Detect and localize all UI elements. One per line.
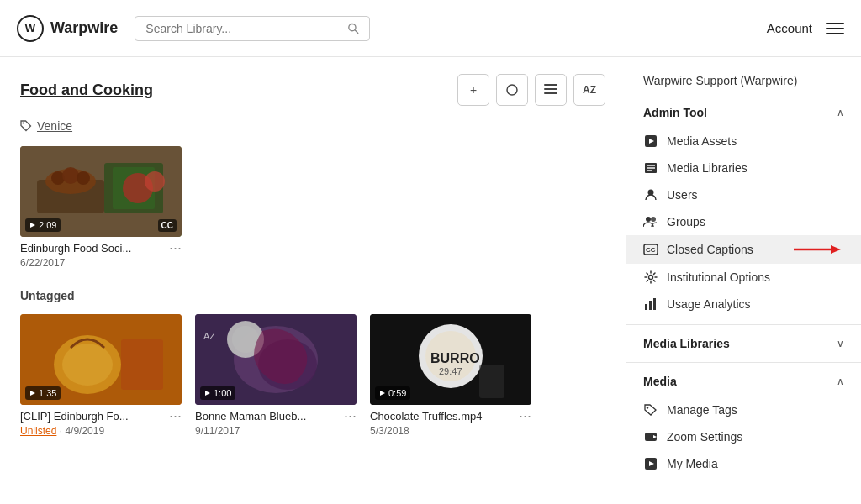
svg-rect-3 [544,84,557,86]
logo-icon: W [17,15,44,42]
video-overlay: 1:00 [200,386,235,400]
section-header: Food and Cooking + AZ [20,74,605,106]
svg-text:AZ: AZ [203,331,215,341]
gear-icon [643,270,658,285]
video-date: 5/3/2018 [370,425,531,437]
video-info: Chocolate Truffles.mp4 ··· [370,405,531,425]
video-title: Chocolate Truffles.mp4 [370,410,519,423]
tag-venice[interactable]: Venice [37,119,72,133]
video-overlay: 2:09 [25,218,61,232]
account-link[interactable]: Account [767,21,812,35]
add-button[interactable]: + [457,74,489,106]
red-arrow-icon [794,241,844,258]
search-bar[interactable] [135,16,370,41]
main-content: Food and Cooking + AZ Venice [0,57,626,504]
sidebar-item-closed-captions[interactable]: CC Closed Captions [626,235,861,264]
toolbar: + AZ [457,74,605,106]
svg-line-1 [355,29,358,33]
chevron-down-icon: ∨ [837,338,844,349]
duration-badge: 2:09 [25,218,61,232]
sidebar-item-label: Zoom Settings [667,430,742,444]
circle-button[interactable] [496,74,528,106]
sidebar-item-label: Usage Analytics [667,297,751,311]
svg-rect-43 [647,165,655,166]
video-date: 9/11/2017 [195,425,357,437]
unlisted-badge[interactable]: Unlisted [20,425,56,437]
sidebar-item-usage-analytics[interactable]: Usage Analytics [626,291,861,318]
zoom-icon [643,429,658,444]
video-card: 2:09 CC Edinburgh Food Soci... ··· 6/22/… [20,146,182,269]
svg-marker-39 [380,391,385,396]
untagged-video-grid: 1:35 [CLIP] Edinburgh Fo... ··· Unlisted… [20,314,605,437]
video-thumbnail[interactable]: BURRO 29:47 0:59 [370,314,531,405]
search-input[interactable] [145,22,340,35]
layout: Food and Cooking + AZ Venice [0,57,861,504]
svg-marker-24 [30,391,35,396]
sidebar-item-label: Media Assets [667,134,737,148]
svg-point-57 [647,407,648,408]
sidebar-item-media-libraries[interactable]: Media Libraries [626,155,861,181]
sidebar-section-admin[interactable]: Admin Tool ∧ [626,101,861,124]
svg-rect-45 [647,170,652,171]
duration-badge: 1:00 [200,386,235,400]
video-thumbnail[interactable]: 2:09 CC [20,146,182,237]
video-info: Bonne Maman Blueb... ··· [195,405,357,425]
tag-icon [643,402,658,417]
search-icon [347,22,360,35]
video-date: · 4/9/2019 [60,425,104,437]
sidebar-item-my-media[interactable]: My Media [626,450,861,477]
svg-text:29:47: 29:47 [439,366,462,376]
svg-text:BURRO: BURRO [430,351,480,365]
video-overlay: 0:59 [375,386,410,400]
sidebar-item-users[interactable]: Users [626,181,861,208]
play-icon [643,456,658,471]
chevron-up-icon: ∧ [837,107,844,118]
sidebar-item-institutional-options[interactable]: Institutional Options [626,264,861,291]
sidebar-item-media-assets[interactable]: Media Assets [626,128,861,155]
video-thumbnail[interactable]: AZ 1:00 [195,314,357,405]
svg-rect-54 [645,304,647,310]
sidebar-item-zoom-settings[interactable]: Zoom Settings [626,423,861,450]
sidebar-item-manage-tags[interactable]: Manage Tags [626,396,861,423]
svg-point-2 [507,85,517,95]
tagged-video-grid: 2:09 CC Edinburgh Food Soci... ··· 6/22/… [20,146,605,269]
menu-icon[interactable] [826,23,844,34]
video-card: 1:35 [CLIP] Edinburgh Fo... ··· Unlisted… [20,314,182,437]
library-icon [643,160,658,176]
app-header: W Warpwire Account [0,0,861,57]
video-card: BURRO 29:47 0:59 Chocolate Truffles.mp4 … [370,314,531,437]
svg-marker-18 [30,223,35,228]
sidebar-section-media-libraries[interactable]: Media Libraries ∨ [626,332,861,355]
svg-rect-38 [479,365,504,398]
svg-point-47 [646,217,651,222]
arrow-indicator [794,241,844,258]
more-options-button[interactable]: ··· [169,408,182,423]
svg-text:CC: CC [646,246,656,254]
play-icon [643,134,658,149]
svg-marker-52 [831,245,841,254]
user-icon [643,187,658,202]
sidebar-divider [626,362,861,363]
video-title: Bonne Maman Blueb... [195,410,344,423]
sidebar-org-name: Warpwire Support (Warpwire) [626,71,861,101]
more-options-button[interactable]: ··· [344,408,357,423]
sidebar-item-label: Groups [667,215,705,228]
sidebar-media-libraries-title: Media Libraries [643,337,730,350]
video-title: [CLIP] Edinburgh Fo... [20,410,169,423]
sidebar-admin-title: Admin Tool [643,106,707,119]
more-options-button[interactable]: ··· [169,240,182,255]
sidebar-item-label: Manage Tags [667,403,737,417]
video-date: 6/22/2017 [20,257,182,269]
sidebar-item-groups[interactable]: Groups [626,208,861,235]
tag-row: Venice [20,119,605,133]
logo-name: Warpwire [50,19,118,37]
more-options-button[interactable]: ··· [519,408,531,423]
list-view-button[interactable] [535,74,567,106]
groups-icon [643,214,658,229]
video-thumbnail[interactable]: 1:35 [20,314,182,405]
sidebar-section-media[interactable]: Media ∧ [626,370,861,393]
sort-az-button[interactable]: AZ [573,74,605,106]
video-overlay: 1:35 [25,386,61,400]
video-card: AZ 1:00 Bonne Maman Blueb... ··· 9/11/20… [195,314,357,437]
cc-icon: CC [643,242,658,257]
